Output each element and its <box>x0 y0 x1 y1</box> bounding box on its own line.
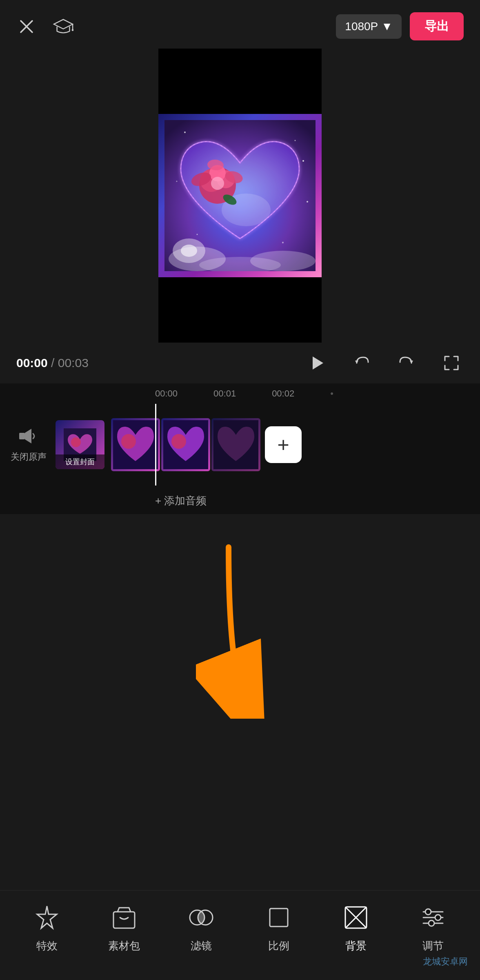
close-icon <box>19 19 34 34</box>
svg-point-34 <box>71 437 81 447</box>
graduation-hat-icon <box>53 18 73 36</box>
svg-marker-30 <box>410 361 413 364</box>
close-button[interactable] <box>16 16 37 37</box>
timeline-content: 关闭原声 设置封面 <box>0 404 480 486</box>
timeline-area: 00:00 00:01 00:02 • 关闭原声 设置封面 <box>0 383 480 514</box>
cover-thumbnail[interactable]: 设置封面 <box>56 420 104 469</box>
tutorial-arrow <box>196 543 286 719</box>
time-separator: / <box>51 356 58 370</box>
audio-label: 关闭原声 <box>11 451 47 463</box>
filters-icon <box>187 903 216 932</box>
strip-heart-3 <box>213 420 258 469</box>
control-icons <box>304 351 464 375</box>
effects-label: 特效 <box>36 939 58 953</box>
svg-point-49 <box>425 909 431 915</box>
ruler-mark-1: 00:01 <box>213 388 236 399</box>
svg-marker-29 <box>355 361 358 364</box>
time-display: 00:00 / 00:03 <box>16 356 98 370</box>
play-icon <box>308 354 326 372</box>
undo-button[interactable] <box>349 351 374 375</box>
toolbar-adjust[interactable]: 调节 <box>404 903 462 953</box>
svg-point-9 <box>176 181 178 182</box>
adjust-icon <box>418 903 448 932</box>
materials-label: 素材包 <box>108 939 140 953</box>
svg-point-18 <box>211 177 224 190</box>
add-audio-button[interactable]: + 添加音频 <box>0 486 480 512</box>
strip-heart-2 <box>163 420 208 469</box>
effects-icon <box>32 903 62 932</box>
bottom-toolbar: 特效 素材包 滤镜 比例 <box>0 890 480 980</box>
resolution-label: 1080P <box>345 20 378 33</box>
video-black-top <box>158 49 322 114</box>
volume-icon <box>18 426 40 446</box>
tutorial-button[interactable] <box>53 16 73 37</box>
ratio-label: 比例 <box>268 939 289 953</box>
background-icon <box>341 903 371 932</box>
cover-label: 设置封面 <box>56 454 104 469</box>
filters-label: 滤镜 <box>191 939 212 953</box>
svg-marker-32 <box>25 429 31 443</box>
toolbar-materials[interactable]: 素材包 <box>96 903 153 953</box>
background-label: 背景 <box>345 939 367 953</box>
svg-marker-28 <box>313 356 323 370</box>
playback-controls: 00:00 / 00:03 <box>0 343 480 383</box>
svg-rect-44 <box>270 909 288 927</box>
top-bar: 1080P ▼ 导出 <box>0 0 480 49</box>
resolution-button[interactable]: 1080P ▼ <box>336 14 402 39</box>
toolbar-effects[interactable]: 特效 <box>18 903 76 953</box>
watermark: 龙城安卓网 <box>423 956 468 968</box>
video-preview <box>158 49 322 343</box>
svg-rect-41 <box>113 912 135 928</box>
svg-rect-31 <box>19 433 25 439</box>
undo-icon <box>353 354 371 372</box>
video-content <box>158 114 322 277</box>
add-clip-button[interactable]: + <box>265 426 302 463</box>
svg-point-11 <box>197 234 198 235</box>
toolbar-filters[interactable]: 滤镜 <box>173 903 230 953</box>
ratio-icon <box>264 903 293 932</box>
redo-icon <box>398 354 416 372</box>
total-time: 00:03 <box>58 356 89 370</box>
svg-point-8 <box>302 160 304 162</box>
svg-point-10 <box>307 201 308 203</box>
adjust-label: 调节 <box>422 939 444 953</box>
svg-point-12 <box>282 242 284 243</box>
svg-point-7 <box>295 140 296 141</box>
top-right: 1080P ▼ 导出 <box>336 12 464 40</box>
svg-point-27 <box>181 245 197 257</box>
ruler-mark-0: 00:00 <box>155 388 178 399</box>
strip-frame-2 <box>161 418 210 471</box>
toolbar-ratio[interactable]: 比例 <box>250 903 307 953</box>
svg-point-38 <box>171 434 186 449</box>
toolbar-background[interactable]: 背景 <box>327 903 384 953</box>
export-button[interactable]: 导出 <box>410 12 464 40</box>
svg-point-6 <box>184 131 186 133</box>
svg-point-4 <box>72 29 73 31</box>
svg-point-53 <box>429 920 434 926</box>
current-time: 00:00 <box>16 356 48 370</box>
video-strip: + <box>111 418 472 471</box>
resolution-arrow-icon: ▼ <box>381 20 393 33</box>
materials-icon <box>109 903 139 932</box>
fullscreen-icon <box>442 354 460 372</box>
redo-button[interactable] <box>394 351 419 375</box>
strip-heart-1 <box>113 420 158 469</box>
top-left <box>16 16 73 37</box>
ruler-mark-3: • <box>330 388 333 399</box>
video-black-bottom <box>158 277 322 343</box>
strip-frame-1 <box>111 418 160 471</box>
audio-control[interactable]: 关闭原声 <box>8 426 49 463</box>
strip-frame-3 <box>211 418 260 471</box>
timeline-ruler: 00:00 00:01 00:02 • <box>0 383 480 404</box>
svg-point-51 <box>435 915 441 920</box>
svg-point-36 <box>121 434 136 449</box>
fullscreen-button[interactable] <box>439 351 464 375</box>
timeline-cursor <box>155 404 156 486</box>
ruler-mark-2: 00:02 <box>272 388 294 399</box>
heart-rose-visual <box>164 120 316 271</box>
play-button[interactable] <box>304 351 329 375</box>
